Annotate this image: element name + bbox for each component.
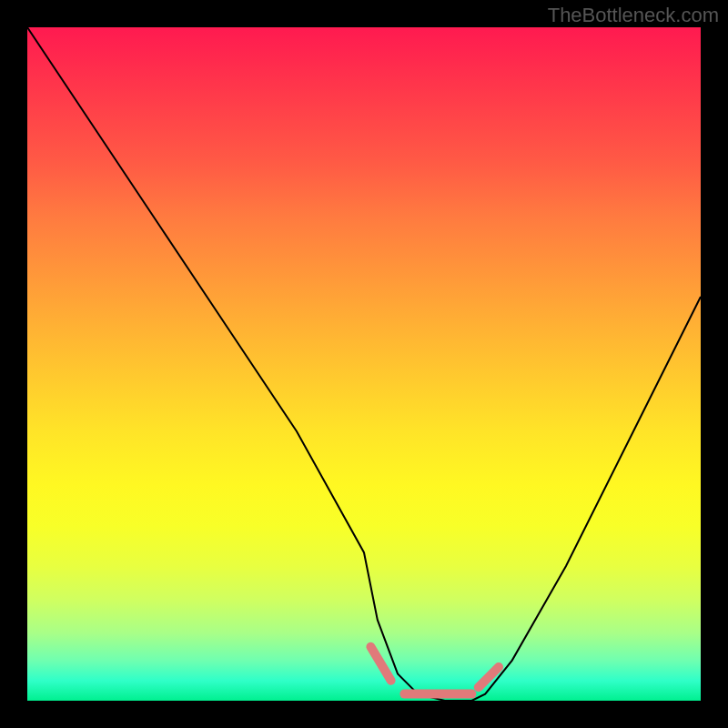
chart-plot-area bbox=[27, 27, 701, 701]
watermark-text: TheBottleneck.com bbox=[548, 4, 719, 27]
highlight-segment-1 bbox=[370, 647, 390, 681]
bottleneck-curve-line bbox=[27, 27, 701, 701]
highlight-segment-3 bbox=[479, 667, 499, 687]
chart-svg bbox=[27, 27, 701, 701]
